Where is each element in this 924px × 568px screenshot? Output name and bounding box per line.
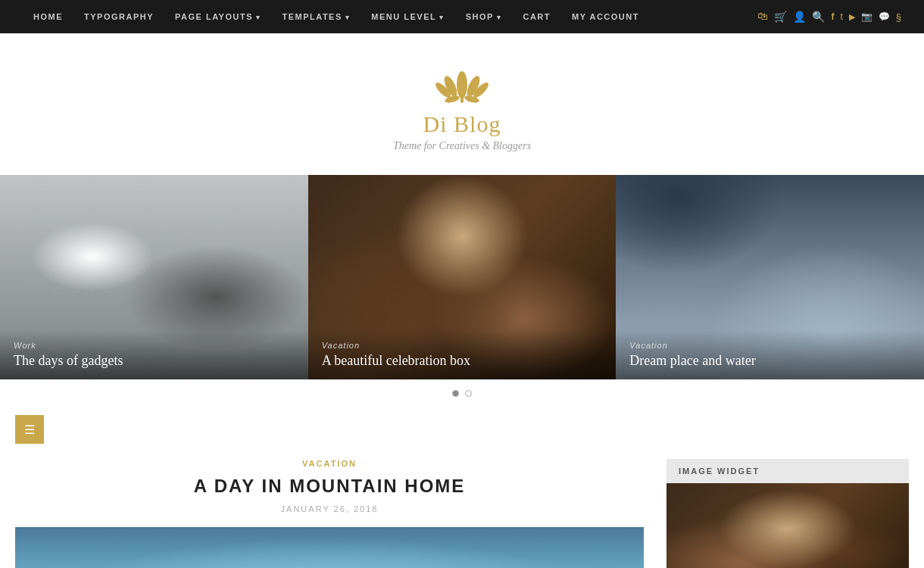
post-title: A DAY IN MOUNTAIN HOME bbox=[15, 476, 644, 497]
post-area: VACATION A DAY IN MOUNTAIN HOME JANUARY … bbox=[15, 459, 644, 568]
slide-3-title: Dream place and water bbox=[629, 353, 910, 369]
post-date: JANUARY 26, 2018 bbox=[15, 504, 644, 513]
hero-slider: Work The days of gadgets Vacation A beau… bbox=[0, 175, 924, 379]
nav-link-shop[interactable]: SHOP bbox=[455, 0, 513, 34]
slide-2-overlay: Vacation A beautiful celebration box bbox=[308, 330, 617, 379]
nav-item-templates[interactable]: TEMPLATES bbox=[272, 0, 361, 34]
user-icon[interactable]: 👤 bbox=[793, 11, 806, 23]
nav-item-shop[interactable]: SHOP bbox=[455, 0, 513, 34]
widget-title: IMAGE WIDGET bbox=[666, 459, 909, 483]
slide-3-overlay: Vacation Dream place and water bbox=[616, 330, 924, 379]
cart-icon[interactable]: 🛒 bbox=[774, 11, 787, 23]
nav-link-typography[interactable]: TYPOGRAPHY bbox=[73, 0, 164, 33]
nav-item-my-account[interactable]: MY ACCOUNT bbox=[561, 0, 650, 33]
slide-1-category: Work bbox=[14, 341, 295, 350]
nav-item-home[interactable]: HOME bbox=[23, 0, 73, 33]
post-category: VACATION bbox=[15, 459, 644, 468]
widget-image bbox=[666, 483, 909, 568]
slide-1[interactable]: Work The days of gadgets bbox=[0, 175, 308, 379]
main-nav: HOME TYPOGRAPHY PAGE LAYOUTS TEMPLATES M… bbox=[0, 0, 924, 33]
post-featured-image bbox=[15, 527, 644, 568]
main-content: VACATION A DAY IN MOUNTAIN HOME JANUARY … bbox=[0, 459, 924, 568]
slide-2[interactable]: Vacation A beautiful celebration box bbox=[308, 175, 617, 379]
site-tagline: Theme for Creatives & Bloggers bbox=[15, 140, 909, 152]
nav-link-templates[interactable]: TEMPLATES bbox=[272, 0, 361, 34]
instagram-icon[interactable]: 📷 bbox=[861, 11, 872, 23]
nav-link-my-account[interactable]: MY ACCOUNT bbox=[561, 0, 650, 33]
whatsapp-icon[interactable]: 💬 bbox=[879, 11, 890, 23]
slider-pagination bbox=[0, 379, 924, 407]
logo-icon bbox=[435, 64, 489, 105]
nav-item-cart[interactable]: CART bbox=[512, 0, 561, 33]
slide-3-category: Vacation bbox=[629, 341, 910, 350]
youtube-icon[interactable]: ▶ bbox=[849, 12, 855, 22]
bag-icon[interactable]: 🛍 bbox=[757, 11, 768, 23]
site-title: Di Blog bbox=[15, 111, 909, 137]
pagination-dot-2[interactable] bbox=[465, 390, 472, 397]
nav-links: HOME TYPOGRAPHY PAGE LAYOUTS TEMPLATES M… bbox=[23, 0, 650, 34]
slide-2-title: A beautiful celebration box bbox=[322, 353, 603, 369]
slide-1-title: The days of gadgets bbox=[14, 353, 295, 369]
slide-2-category: Vacation bbox=[322, 341, 603, 350]
nav-item-menu-level[interactable]: MENU LEVEL bbox=[361, 0, 454, 34]
nav-link-menu-level[interactable]: MENU LEVEL bbox=[361, 0, 454, 34]
site-header: Di Blog Theme for Creatives & Bloggers bbox=[0, 33, 924, 175]
nav-item-typography[interactable]: TYPOGRAPHY bbox=[73, 0, 164, 33]
search-icon[interactable]: 🔍 bbox=[812, 11, 825, 23]
nav-link-cart[interactable]: CART bbox=[512, 0, 561, 33]
hamburger-section: ☰ bbox=[0, 407, 924, 459]
facebook-icon[interactable]: f bbox=[831, 11, 834, 22]
hamburger-button[interactable]: ☰ bbox=[15, 415, 44, 444]
slide-3[interactable]: Vacation Dream place and water bbox=[616, 175, 924, 379]
twitter-icon[interactable]: t bbox=[840, 11, 842, 22]
nav-link-home[interactable]: HOME bbox=[23, 0, 73, 33]
nav-item-page-layouts[interactable]: PAGE LAYOUTS bbox=[164, 0, 271, 34]
svg-point-0 bbox=[457, 71, 467, 98]
pagination-dot-1[interactable] bbox=[452, 390, 459, 397]
skype-icon[interactable]: § bbox=[896, 11, 901, 23]
sidebar: IMAGE WIDGET bbox=[666, 459, 909, 568]
slide-1-overlay: Work The days of gadgets bbox=[0, 330, 308, 379]
nav-link-page-layouts[interactable]: PAGE LAYOUTS bbox=[164, 0, 271, 34]
svg-rect-5 bbox=[460, 97, 464, 103]
nav-social-icons: 🛍 🛒 👤 🔍 f t ▶ 📷 💬 § bbox=[757, 11, 901, 23]
